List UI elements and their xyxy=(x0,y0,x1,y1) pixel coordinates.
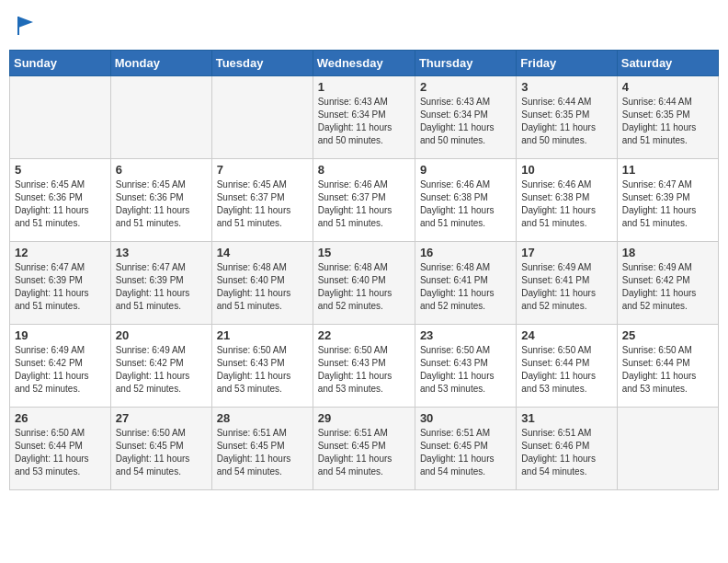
day-info: Sunrise: 6:49 AMSunset: 6:41 PMDaylight:… xyxy=(521,261,611,313)
calendar-cell: 18Sunrise: 6:49 AMSunset: 6:42 PMDayligh… xyxy=(617,242,718,325)
calendar-cell: 12Sunrise: 6:47 AMSunset: 6:39 PMDayligh… xyxy=(10,242,111,325)
day-number: 6 xyxy=(116,163,207,177)
day-number: 12 xyxy=(15,246,106,259)
day-number: 19 xyxy=(15,328,106,342)
day-info: Sunrise: 6:45 AMSunset: 6:36 PMDaylight:… xyxy=(116,178,207,230)
day-number: 11 xyxy=(622,163,713,177)
calendar-cell: 15Sunrise: 6:48 AMSunset: 6:40 PMDayligh… xyxy=(313,242,415,325)
calendar-week-row: 26Sunrise: 6:50 AMSunset: 6:44 PMDayligh… xyxy=(10,408,719,490)
svg-marker-0 xyxy=(18,17,33,28)
day-info: Sunrise: 6:46 AMSunset: 6:38 PMDaylight:… xyxy=(420,178,511,230)
day-info: Sunrise: 6:47 AMSunset: 6:39 PMDaylight:… xyxy=(622,178,713,230)
calendar-week-row: 1Sunrise: 6:43 AMSunset: 6:34 PMDaylight… xyxy=(10,76,719,159)
day-number: 8 xyxy=(318,163,410,177)
page-header xyxy=(9,9,719,42)
day-info: Sunrise: 6:50 AMSunset: 6:43 PMDaylight:… xyxy=(318,344,410,396)
day-info: Sunrise: 6:43 AMSunset: 6:34 PMDaylight:… xyxy=(318,96,410,147)
day-number: 24 xyxy=(521,328,611,342)
calendar-cell: 24Sunrise: 6:50 AMSunset: 6:44 PMDayligh… xyxy=(517,325,617,408)
calendar-cell: 26Sunrise: 6:50 AMSunset: 6:44 PMDayligh… xyxy=(10,408,111,490)
calendar-cell: 16Sunrise: 6:48 AMSunset: 6:41 PMDayligh… xyxy=(415,242,516,325)
weekday-header-wednesday: Wednesday xyxy=(313,51,415,76)
weekday-header-sunday: Sunday xyxy=(10,51,111,76)
calendar-cell: 4Sunrise: 6:44 AMSunset: 6:35 PMDaylight… xyxy=(617,76,718,159)
day-info: Sunrise: 6:51 AMSunset: 6:46 PMDaylight:… xyxy=(521,427,611,478)
day-info: Sunrise: 6:48 AMSunset: 6:41 PMDaylight:… xyxy=(420,261,511,313)
day-info: Sunrise: 6:51 AMSunset: 6:45 PMDaylight:… xyxy=(318,427,410,478)
day-number: 1 xyxy=(318,80,410,94)
day-number: 18 xyxy=(622,246,713,259)
day-number: 4 xyxy=(622,80,713,94)
day-info: Sunrise: 6:50 AMSunset: 6:43 PMDaylight:… xyxy=(420,344,511,396)
weekday-header-tuesday: Tuesday xyxy=(211,51,313,76)
calendar-cell: 22Sunrise: 6:50 AMSunset: 6:43 PMDayligh… xyxy=(313,325,415,408)
calendar-cell: 30Sunrise: 6:51 AMSunset: 6:45 PMDayligh… xyxy=(415,408,516,490)
day-number: 10 xyxy=(521,163,611,177)
calendar-cell: 2Sunrise: 6:43 AMSunset: 6:34 PMDaylight… xyxy=(415,76,516,159)
day-number: 25 xyxy=(622,328,713,342)
day-info: Sunrise: 6:46 AMSunset: 6:38 PMDaylight:… xyxy=(521,178,611,230)
day-number: 20 xyxy=(116,328,207,342)
day-info: Sunrise: 6:49 AMSunset: 6:42 PMDaylight:… xyxy=(116,344,207,396)
day-info: Sunrise: 6:44 AMSunset: 6:35 PMDaylight:… xyxy=(622,96,713,147)
weekday-header-friday: Friday xyxy=(517,51,617,76)
logo-flag-icon xyxy=(15,15,37,37)
day-number: 29 xyxy=(318,411,410,425)
day-number: 9 xyxy=(420,163,511,177)
calendar-cell: 19Sunrise: 6:49 AMSunset: 6:42 PMDayligh… xyxy=(10,325,111,408)
calendar-week-row: 12Sunrise: 6:47 AMSunset: 6:39 PMDayligh… xyxy=(10,242,719,325)
day-info: Sunrise: 6:49 AMSunset: 6:42 PMDaylight:… xyxy=(15,344,106,396)
calendar-table: SundayMondayTuesdayWednesdayThursdayFrid… xyxy=(9,50,719,490)
day-info: Sunrise: 6:50 AMSunset: 6:43 PMDaylight:… xyxy=(217,344,308,396)
day-number: 30 xyxy=(420,411,511,425)
day-info: Sunrise: 6:47 AMSunset: 6:39 PMDaylight:… xyxy=(15,261,106,313)
calendar-cell: 7Sunrise: 6:45 AMSunset: 6:37 PMDaylight… xyxy=(211,159,313,242)
day-number: 2 xyxy=(420,80,511,94)
calendar-cell: 6Sunrise: 6:45 AMSunset: 6:36 PMDaylight… xyxy=(110,159,211,242)
day-info: Sunrise: 6:44 AMSunset: 6:35 PMDaylight:… xyxy=(521,96,611,147)
day-number: 3 xyxy=(521,80,611,94)
weekday-header-monday: Monday xyxy=(110,51,211,76)
calendar-cell: 31Sunrise: 6:51 AMSunset: 6:46 PMDayligh… xyxy=(517,408,617,490)
calendar-cell: 5Sunrise: 6:45 AMSunset: 6:36 PMDaylight… xyxy=(10,159,111,242)
day-number: 23 xyxy=(420,328,511,342)
day-info: Sunrise: 6:43 AMSunset: 6:34 PMDaylight:… xyxy=(420,96,511,147)
day-info: Sunrise: 6:48 AMSunset: 6:40 PMDaylight:… xyxy=(318,261,410,313)
day-info: Sunrise: 6:45 AMSunset: 6:37 PMDaylight:… xyxy=(217,178,308,230)
weekday-header-thursday: Thursday xyxy=(415,51,516,76)
day-info: Sunrise: 6:50 AMSunset: 6:44 PMDaylight:… xyxy=(622,344,713,396)
calendar-week-row: 19Sunrise: 6:49 AMSunset: 6:42 PMDayligh… xyxy=(10,325,719,408)
day-number: 14 xyxy=(217,246,308,259)
day-number: 26 xyxy=(15,411,106,425)
calendar-cell: 3Sunrise: 6:44 AMSunset: 6:35 PMDaylight… xyxy=(517,76,617,159)
calendar-body: 1Sunrise: 6:43 AMSunset: 6:34 PMDaylight… xyxy=(10,76,719,490)
day-info: Sunrise: 6:47 AMSunset: 6:39 PMDaylight:… xyxy=(116,261,207,313)
calendar-cell: 14Sunrise: 6:48 AMSunset: 6:40 PMDayligh… xyxy=(211,242,313,325)
calendar-cell: 28Sunrise: 6:51 AMSunset: 6:45 PMDayligh… xyxy=(211,408,313,490)
day-number: 17 xyxy=(521,246,611,259)
day-number: 31 xyxy=(521,411,611,425)
calendar-cell: 13Sunrise: 6:47 AMSunset: 6:39 PMDayligh… xyxy=(110,242,211,325)
day-number: 16 xyxy=(420,246,511,259)
calendar-cell: 8Sunrise: 6:46 AMSunset: 6:37 PMDaylight… xyxy=(313,159,415,242)
day-number: 13 xyxy=(116,246,207,259)
day-info: Sunrise: 6:48 AMSunset: 6:40 PMDaylight:… xyxy=(217,261,308,313)
day-number: 7 xyxy=(217,163,308,177)
calendar-week-row: 5Sunrise: 6:45 AMSunset: 6:36 PMDaylight… xyxy=(10,159,719,242)
calendar-cell: 25Sunrise: 6:50 AMSunset: 6:44 PMDayligh… xyxy=(617,325,718,408)
svg-rect-1 xyxy=(17,17,19,35)
calendar-cell: 1Sunrise: 6:43 AMSunset: 6:34 PMDaylight… xyxy=(313,76,415,159)
calendar-cell: 17Sunrise: 6:49 AMSunset: 6:41 PMDayligh… xyxy=(517,242,617,325)
day-info: Sunrise: 6:50 AMSunset: 6:44 PMDaylight:… xyxy=(15,427,106,478)
day-number: 15 xyxy=(318,246,410,259)
day-info: Sunrise: 6:49 AMSunset: 6:42 PMDaylight:… xyxy=(622,261,713,313)
calendar-cell xyxy=(10,76,111,159)
calendar-cell: 23Sunrise: 6:50 AMSunset: 6:43 PMDayligh… xyxy=(415,325,516,408)
day-info: Sunrise: 6:51 AMSunset: 6:45 PMDaylight:… xyxy=(420,427,511,478)
calendar-cell: 11Sunrise: 6:47 AMSunset: 6:39 PMDayligh… xyxy=(617,159,718,242)
day-info: Sunrise: 6:50 AMSunset: 6:44 PMDaylight:… xyxy=(521,344,611,396)
calendar-cell: 10Sunrise: 6:46 AMSunset: 6:38 PMDayligh… xyxy=(517,159,617,242)
day-number: 5 xyxy=(15,163,106,177)
day-info: Sunrise: 6:51 AMSunset: 6:45 PMDaylight:… xyxy=(217,427,308,478)
day-info: Sunrise: 6:50 AMSunset: 6:45 PMDaylight:… xyxy=(116,427,207,478)
